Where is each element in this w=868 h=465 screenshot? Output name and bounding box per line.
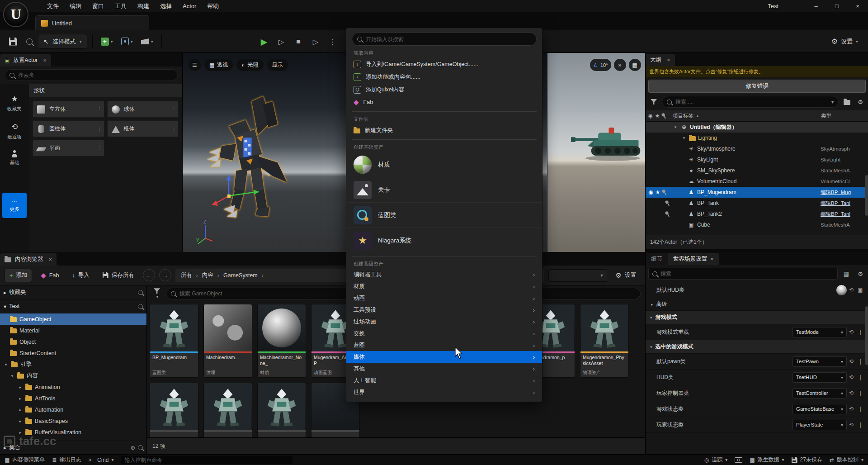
expand-toolbar-button[interactable]: » xyxy=(614,59,626,71)
menu-item-new-folder[interactable]: 新建文件夹 xyxy=(346,124,542,137)
menu-item-blueprint-class[interactable]: 蓝图类 xyxy=(346,203,542,228)
eject-button[interactable]: ▷ xyxy=(307,34,324,49)
details-scrollbar[interactable] xyxy=(865,306,868,365)
game-state-combo[interactable]: GameStateBase▾ xyxy=(793,404,847,414)
category-basic[interactable]: 基础 xyxy=(0,146,29,170)
edit-blueprint-link[interactable]: 编辑BP_Mug xyxy=(818,189,868,196)
save-all-button[interactable]: 保存所有 xyxy=(98,269,139,282)
tree-item-content[interactable]: ▾内容 xyxy=(0,370,146,381)
menu-item-material-adv[interactable]: 材质› xyxy=(346,280,542,292)
player-controller-combo[interactable]: TestController▾ xyxy=(793,388,847,399)
stop-button[interactable]: ■ xyxy=(290,34,307,49)
import-button[interactable]: ↓ 导入 xyxy=(67,269,94,282)
tab-place-actor[interactable]: ▣ 放置Actor × xyxy=(0,54,51,66)
class-search-input[interactable] xyxy=(18,72,173,78)
shape-cylinder[interactable]: 圆柱体⋮ xyxy=(33,120,104,137)
player-state-combo[interactable]: PlayerState▾ xyxy=(793,420,847,430)
cmd-dropdown[interactable]: >_ Cmd ▾ xyxy=(88,457,113,463)
favorite-column-icon[interactable]: ★ xyxy=(655,113,660,119)
new-folder-icon[interactable] xyxy=(841,96,852,107)
filter-icon[interactable] xyxy=(648,96,659,107)
project-root-row[interactable]: ▾ Test xyxy=(0,299,146,313)
tab-world-settings[interactable]: 世界场景设置 × xyxy=(668,253,719,265)
play-button[interactable]: ▶ xyxy=(256,34,272,49)
secondary-viewport[interactable]: ∠ 10° » ▦ xyxy=(547,53,645,252)
menu-item-niagara[interactable]: ★ Niagara系统 xyxy=(346,228,542,253)
forward-button[interactable]: → xyxy=(159,269,171,281)
column-type[interactable]: 类型 xyxy=(818,110,868,121)
browse-button[interactable] xyxy=(23,34,36,49)
fov-badge[interactable]: ∠ 10° xyxy=(590,59,611,71)
advanced-expander[interactable]: ▸ 高级 xyxy=(646,298,868,311)
browse-icon[interactable]: ⟲ xyxy=(847,327,856,337)
category-recent[interactable]: ⟲ 最近项 xyxy=(0,118,29,144)
menu-item-material[interactable]: 材质 xyxy=(346,152,542,177)
tab-outliner[interactable]: 大纲 × xyxy=(646,54,675,66)
outliner-search-input[interactable] xyxy=(675,99,828,105)
unsaved-button[interactable]: 27未保存 xyxy=(792,456,822,464)
tree-item-gameobject[interactable]: GameObject xyxy=(0,313,146,325)
section-selected-game-mode[interactable]: ▾ 选中的游戏模式 xyxy=(646,340,868,354)
tree-item-automation[interactable]: ▸Automation xyxy=(0,404,146,415)
menu-select[interactable]: 选择 xyxy=(155,2,177,10)
edit-blueprint-link[interactable]: 编辑BP_Tanl xyxy=(818,211,868,218)
star-icon[interactable]: ★ xyxy=(655,189,660,195)
tab-untitled[interactable]: Untitled xyxy=(35,15,149,30)
blueprints-dropdown[interactable]: ▾ xyxy=(118,34,136,49)
column-item-label[interactable]: 项目标签 ▲ xyxy=(673,113,818,119)
add-button[interactable]: + 添加 xyxy=(5,269,32,282)
use-selected-icon[interactable]: ❘ xyxy=(856,420,865,429)
menu-search-field[interactable] xyxy=(352,33,537,46)
outliner-scrollbar[interactable] xyxy=(865,175,868,216)
menu-item-add-feature[interactable]: + 添加功能或内容包...... xyxy=(346,71,542,83)
category-favorites[interactable]: ★ 收藏夹 xyxy=(0,90,29,116)
search-icon[interactable] xyxy=(138,290,143,295)
class-search-field[interactable] xyxy=(5,69,178,81)
view-preset-dropdown[interactable]: ▾ xyxy=(548,269,607,282)
breadcrumb-gamesystem[interactable]: GameSystem xyxy=(223,272,258,279)
hud-class-combo[interactable]: TsetHUD▾ xyxy=(793,372,847,383)
menu-actor[interactable]: Actor xyxy=(177,3,202,9)
menu-item-level[interactable]: 关卡 xyxy=(346,177,542,203)
asset-card-row2[interactable] xyxy=(203,383,252,437)
menu-item-media[interactable]: 媒体› xyxy=(346,351,542,363)
content-drawer-button[interactable]: ▦ 内容侧滑菜单 xyxy=(5,456,45,464)
breadcrumb-content[interactable]: 内容 xyxy=(202,271,213,279)
use-selected-icon[interactable]: ❘ xyxy=(856,373,865,382)
pin-icon[interactable] xyxy=(664,199,670,207)
use-selected-icon[interactable]: ❘ xyxy=(856,327,865,337)
tab-content-browser[interactable]: 内容浏览器 × xyxy=(0,253,57,266)
viewport-menu-button[interactable]: ☰ xyxy=(189,59,201,71)
section-game-mode[interactable]: ▾ 游戏模式 xyxy=(646,311,868,324)
back-button[interactable]: ← xyxy=(143,269,155,281)
outliner-row[interactable]: ☁VolumetricCloud VolumetricCl xyxy=(646,176,868,187)
menu-item-import[interactable]: ↓ 导入到/Game/GameSystem/GameObject...... xyxy=(346,58,542,71)
menu-item-editor-tools[interactable]: 编辑器工具› xyxy=(346,269,542,280)
close-button[interactable]: × xyxy=(847,0,868,12)
use-selected-icon[interactable]: ❘ xyxy=(856,389,865,398)
perspective-dropdown[interactable]: ▦ 透视 xyxy=(204,59,233,71)
browse-icon[interactable]: ⟲ xyxy=(847,357,856,366)
console-input[interactable] xyxy=(124,457,289,463)
menu-help[interactable]: 帮助 xyxy=(202,2,224,10)
close-icon[interactable]: × xyxy=(49,256,52,263)
fab-button[interactable]: ◆ Fab xyxy=(36,269,63,282)
visibility-column-icon[interactable]: ◉ xyxy=(648,113,653,119)
outliner-row[interactable]: ☀SkyAtmosphere SkyAtmosph xyxy=(646,143,868,154)
minimize-button[interactable]: – xyxy=(806,0,826,12)
close-icon[interactable]: × xyxy=(667,57,670,63)
menu-item-fab[interactable]: ◆ Fab xyxy=(346,96,542,109)
menu-file[interactable]: 文件 xyxy=(42,2,64,10)
browse-icon[interactable]: ⟲ xyxy=(847,285,856,294)
play-options-icon[interactable]: ⋮ xyxy=(325,34,341,49)
console-input-field[interactable] xyxy=(121,456,292,464)
game-mode-combo[interactable]: TestMode▾ xyxy=(793,327,847,337)
tree-item-engine[interactable]: ▾引擎 xyxy=(0,359,146,370)
outliner-row[interactable]: ▣Cube StaticMeshA xyxy=(646,219,868,230)
grid-view-icon[interactable]: ▦ xyxy=(841,268,852,279)
use-selected-icon[interactable]: ❘ xyxy=(856,404,865,413)
tree-item-object[interactable]: Object xyxy=(0,336,146,347)
tank-actor[interactable] xyxy=(571,120,645,163)
menu-item-exchange[interactable]: 交换› xyxy=(346,327,542,339)
outliner-row-world[interactable]: ▾⊕Untitled（编辑器） xyxy=(646,122,868,133)
